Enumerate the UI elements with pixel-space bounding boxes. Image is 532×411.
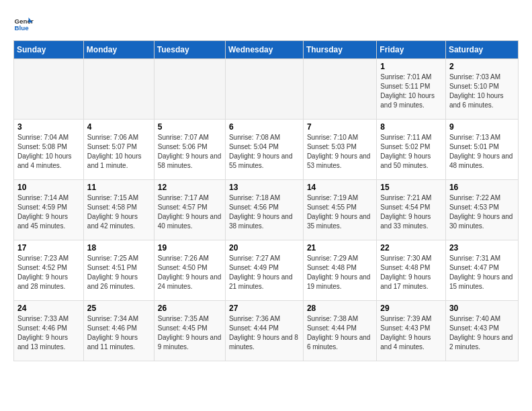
day-info: Sunrise: 7:11 AM Sunset: 5:02 PM Dayligh… [380, 133, 442, 171]
day-info: Sunrise: 7:14 AM Sunset: 4:59 PM Dayligh… [17, 193, 80, 231]
day-info: Sunrise: 7:23 AM Sunset: 4:52 PM Dayligh… [17, 254, 80, 291]
day-info: Sunrise: 7:22 AM Sunset: 4:53 PM Dayligh… [449, 193, 515, 231]
calendar-cell: 4Sunrise: 7:06 AM Sunset: 5:07 PM Daylig… [83, 120, 154, 180]
calendar-cell: 10Sunrise: 7:14 AM Sunset: 4:59 PM Dayli… [14, 180, 84, 240]
weekday-header-monday: Monday [83, 41, 154, 59]
day-info: Sunrise: 7:06 AM Sunset: 5:07 PM Dayligh… [87, 133, 150, 171]
calendar-week-row: 3Sunrise: 7:04 AM Sunset: 5:08 PM Daylig… [14, 120, 519, 180]
day-number: 4 [87, 122, 150, 132]
day-number: 7 [307, 122, 373, 132]
calendar-cell: 14Sunrise: 7:19 AM Sunset: 4:55 PM Dayli… [303, 180, 376, 240]
day-info: Sunrise: 7:26 AM Sunset: 4:50 PM Dayligh… [158, 254, 222, 291]
day-info: Sunrise: 7:36 AM Sunset: 4:44 PM Dayligh… [229, 314, 300, 352]
day-info: Sunrise: 7:39 AM Sunset: 4:43 PM Dayligh… [380, 314, 442, 352]
day-number: 24 [17, 304, 80, 313]
day-number: 18 [87, 243, 150, 253]
day-number: 11 [87, 183, 150, 192]
calendar-cell: 2Sunrise: 7:03 AM Sunset: 5:10 PM Daylig… [445, 59, 518, 120]
day-info: Sunrise: 7:13 AM Sunset: 5:01 PM Dayligh… [449, 133, 515, 171]
day-number: 9 [449, 122, 515, 132]
day-number: 29 [380, 304, 442, 313]
day-number: 20 [229, 243, 300, 253]
calendar-cell: 11Sunrise: 7:15 AM Sunset: 4:58 PM Dayli… [83, 180, 154, 240]
day-info: Sunrise: 7:30 AM Sunset: 4:48 PM Dayligh… [380, 254, 442, 291]
calendar-cell: 5Sunrise: 7:07 AM Sunset: 5:06 PM Daylig… [154, 120, 225, 180]
calendar-cell: 8Sunrise: 7:11 AM Sunset: 5:02 PM Daylig… [377, 120, 446, 180]
calendar-cell: 29Sunrise: 7:39 AM Sunset: 4:43 PM Dayli… [377, 301, 446, 361]
day-info: Sunrise: 7:21 AM Sunset: 4:54 PM Dayligh… [380, 193, 442, 231]
day-info: Sunrise: 7:35 AM Sunset: 4:45 PM Dayligh… [158, 314, 222, 352]
calendar-week-row: 1Sunrise: 7:01 AM Sunset: 5:11 PM Daylig… [14, 59, 519, 120]
calendar-week-row: 24Sunrise: 7:33 AM Sunset: 4:46 PM Dayli… [14, 301, 519, 361]
weekday-header-friday: Friday [377, 41, 446, 59]
day-number: 21 [307, 243, 373, 253]
calendar-cell: 16Sunrise: 7:22 AM Sunset: 4:53 PM Dayli… [445, 180, 518, 240]
calendar-cell: 7Sunrise: 7:10 AM Sunset: 5:03 PM Daylig… [303, 120, 376, 180]
day-number: 17 [17, 243, 80, 253]
calendar-cell: 17Sunrise: 7:23 AM Sunset: 4:52 PM Dayli… [14, 240, 84, 301]
calendar-cell: 12Sunrise: 7:17 AM Sunset: 4:57 PM Dayli… [154, 180, 225, 240]
calendar-cell: 27Sunrise: 7:36 AM Sunset: 4:44 PM Dayli… [225, 301, 303, 361]
day-info: Sunrise: 7:33 AM Sunset: 4:46 PM Dayligh… [17, 314, 80, 352]
weekday-header-thursday: Thursday [303, 41, 376, 59]
calendar-cell [303, 59, 376, 120]
day-info: Sunrise: 7:34 AM Sunset: 4:46 PM Dayligh… [87, 314, 150, 352]
calendar-cell: 28Sunrise: 7:38 AM Sunset: 4:44 PM Dayli… [303, 301, 376, 361]
day-info: Sunrise: 7:25 AM Sunset: 4:51 PM Dayligh… [87, 254, 150, 291]
day-number: 1 [380, 62, 442, 71]
day-info: Sunrise: 7:03 AM Sunset: 5:10 PM Dayligh… [449, 73, 515, 110]
calendar-cell: 1Sunrise: 7:01 AM Sunset: 5:11 PM Daylig… [377, 59, 446, 120]
calendar-cell: 6Sunrise: 7:08 AM Sunset: 5:04 PM Daylig… [225, 120, 303, 180]
day-info: Sunrise: 7:27 AM Sunset: 4:49 PM Dayligh… [229, 254, 300, 291]
day-number: 2 [449, 62, 515, 71]
day-info: Sunrise: 7:01 AM Sunset: 5:11 PM Dayligh… [380, 73, 442, 110]
day-number: 5 [158, 122, 222, 132]
weekday-header-row: SundayMondayTuesdayWednesdayThursdayFrid… [14, 41, 519, 59]
day-info: Sunrise: 7:29 AM Sunset: 4:48 PM Dayligh… [307, 254, 373, 291]
calendar-cell [225, 59, 303, 120]
logo: General Blue [13, 13, 36, 34]
calendar-cell: 22Sunrise: 7:30 AM Sunset: 4:48 PM Dayli… [377, 240, 446, 301]
day-number: 6 [229, 122, 300, 132]
calendar-cell [14, 59, 84, 120]
day-info: Sunrise: 7:04 AM Sunset: 5:08 PM Dayligh… [17, 133, 80, 171]
calendar-cell: 24Sunrise: 7:33 AM Sunset: 4:46 PM Dayli… [14, 301, 84, 361]
day-number: 3 [17, 122, 80, 132]
day-number: 19 [158, 243, 222, 253]
day-info: Sunrise: 7:40 AM Sunset: 4:43 PM Dayligh… [449, 314, 515, 352]
calendar-week-row: 10Sunrise: 7:14 AM Sunset: 4:59 PM Dayli… [14, 180, 519, 240]
day-info: Sunrise: 7:18 AM Sunset: 4:56 PM Dayligh… [229, 193, 300, 231]
weekday-header-saturday: Saturday [445, 41, 518, 59]
day-number: 12 [158, 183, 222, 192]
calendar-cell: 25Sunrise: 7:34 AM Sunset: 4:46 PM Dayli… [83, 301, 154, 361]
weekday-header-sunday: Sunday [14, 41, 84, 59]
day-number: 10 [17, 183, 80, 192]
calendar-cell: 18Sunrise: 7:25 AM Sunset: 4:51 PM Dayli… [83, 240, 154, 301]
calendar-cell: 9Sunrise: 7:13 AM Sunset: 5:01 PM Daylig… [445, 120, 518, 180]
day-number: 14 [307, 183, 373, 192]
day-info: Sunrise: 7:10 AM Sunset: 5:03 PM Dayligh… [307, 133, 373, 171]
day-number: 28 [307, 304, 373, 313]
calendar-week-row: 17Sunrise: 7:23 AM Sunset: 4:52 PM Dayli… [14, 240, 519, 301]
calendar-cell [154, 59, 225, 120]
day-info: Sunrise: 7:38 AM Sunset: 4:44 PM Dayligh… [307, 314, 373, 352]
day-number: 25 [87, 304, 150, 313]
calendar-cell: 23Sunrise: 7:31 AM Sunset: 4:47 PM Dayli… [445, 240, 518, 301]
calendar-table: SundayMondayTuesdayWednesdayThursdayFrid… [13, 40, 519, 361]
day-info: Sunrise: 7:08 AM Sunset: 5:04 PM Dayligh… [229, 133, 300, 171]
calendar-cell [83, 59, 154, 120]
calendar-cell: 26Sunrise: 7:35 AM Sunset: 4:45 PM Dayli… [154, 301, 225, 361]
day-info: Sunrise: 7:07 AM Sunset: 5:06 PM Dayligh… [158, 133, 222, 171]
day-number: 30 [449, 304, 515, 313]
day-number: 8 [380, 122, 442, 132]
day-number: 23 [449, 243, 515, 253]
weekday-header-wednesday: Wednesday [225, 41, 303, 59]
day-info: Sunrise: 7:17 AM Sunset: 4:57 PM Dayligh… [158, 193, 222, 231]
day-info: Sunrise: 7:15 AM Sunset: 4:58 PM Dayligh… [87, 193, 150, 231]
day-number: 13 [229, 183, 300, 192]
day-info: Sunrise: 7:19 AM Sunset: 4:55 PM Dayligh… [307, 193, 373, 231]
day-number: 27 [229, 304, 300, 313]
calendar-cell: 30Sunrise: 7:40 AM Sunset: 4:43 PM Dayli… [445, 301, 518, 361]
day-number: 16 [449, 183, 515, 192]
day-info: Sunrise: 7:31 AM Sunset: 4:47 PM Dayligh… [449, 254, 515, 291]
